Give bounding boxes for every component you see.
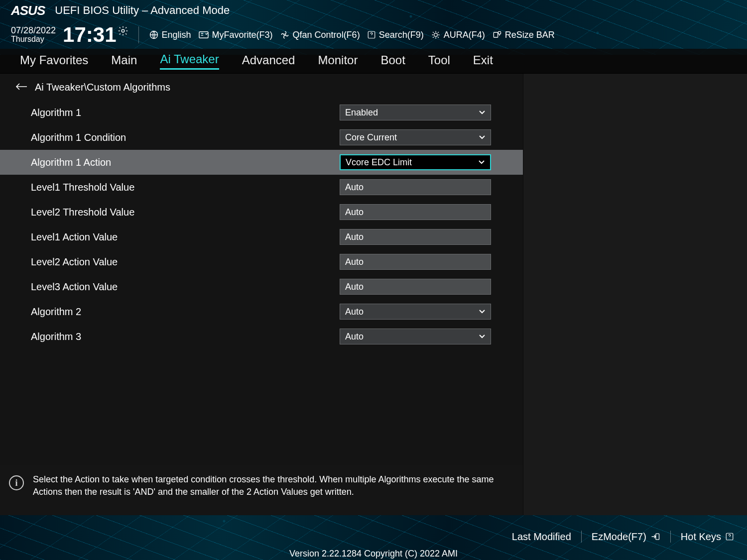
divider [138,26,139,43]
setting-value: Vcore EDC Limit [346,157,412,168]
setting-value: Enabled [345,108,378,118]
breadcrumb: Ai Tweaker\Custom Algorithms [35,82,170,93]
setting-value: Auto [345,282,364,292]
svg-rect-7 [498,31,500,34]
setting-value: Auto [345,207,364,218]
setting-value: Auto [345,307,364,317]
globe-icon [149,30,159,40]
time-block[interactable]: 17:31 [63,24,128,45]
setting-row[interactable]: Algorithm 3Auto [0,324,523,349]
tab-tool[interactable]: Tool [428,53,450,69]
language-label: English [162,30,191,40]
chevron-down-icon [479,110,486,115]
setting-label: Algorithm 1 Action [31,157,340,168]
chevron-down-icon [479,334,486,339]
last-modified-button[interactable]: Last Modified [512,531,571,543]
date-block: 07/28/2022 Thursday [11,26,56,44]
setting-value: Auto [345,182,364,193]
chevron-down-icon [478,160,485,165]
resize-bar-icon [492,30,502,40]
favorite-icon [198,30,209,39]
divider [581,531,582,543]
hotkeys-button[interactable]: Hot Keys [681,531,734,543]
question-box-icon [367,30,376,39]
tab-boot[interactable]: Boot [380,53,405,69]
qfan-label: Qfan Control(F6) [293,30,360,40]
aura-button[interactable]: AURA(F4) [431,30,485,40]
date-text: 07/28/2022 [11,26,56,35]
svg-rect-8 [656,534,659,540]
setting-row[interactable]: Level2 Threshold ValueAuto [0,200,523,224]
setting-label: Algorithm 1 Condition [31,132,340,143]
chevron-down-icon [479,135,486,140]
setting-label: Level2 Action Value [31,256,340,268]
tab-ai-tweaker[interactable]: Ai Tweaker [160,52,219,70]
question-box-icon [725,532,734,541]
qfan-button[interactable]: Qfan Control(F6) [280,30,360,40]
svg-rect-2 [199,32,208,38]
divider [670,531,671,543]
setting-value: Core Current [345,132,397,143]
setting-value: Auto [345,257,364,267]
setting-value: Auto [345,232,364,242]
tab-monitor[interactable]: Monitor [318,53,358,69]
ezmode-button[interactable]: EzMode(F7) [592,531,660,543]
svg-point-0 [122,29,124,32]
side-panel [523,74,747,515]
tab-exit[interactable]: Exit [473,53,493,69]
setting-label: Algorithm 1 [31,107,340,118]
resizebar-button[interactable]: ReSize BAR [492,30,555,40]
myfavorite-button[interactable]: MyFavorite(F3) [198,30,273,40]
last-modified-label: Last Modified [512,531,571,543]
setting-label: Level3 Action Value [31,281,340,293]
setting-row[interactable]: Algorithm 1Enabled [0,100,523,125]
nav-tabs: My FavoritesMainAi TweakerAdvancedMonito… [0,49,747,74]
setting-label: Algorithm 3 [31,331,340,342]
setting-row[interactable]: Level2 Action ValueAuto [0,249,523,274]
setting-row[interactable]: Level3 Action ValueAuto [0,274,523,299]
setting-label: Algorithm 2 [31,306,340,318]
chevron-down-icon [479,309,486,314]
back-button[interactable] [15,82,28,93]
tab-advanced[interactable]: Advanced [242,53,295,69]
brand-logo: ASUS [11,4,45,17]
setting-row[interactable]: Algorithm 1 ConditionCore Current [0,125,523,150]
fan-icon [280,30,290,40]
setting-row[interactable]: Level1 Action ValueAuto [0,224,523,249]
time-text: 17:31 [63,24,116,45]
setting-dropdown[interactable]: Vcore EDC Limit [340,154,491,170]
search-button[interactable]: Search(F9) [367,30,424,40]
svg-point-5 [434,33,437,37]
svg-rect-6 [494,32,498,37]
setting-textfield[interactable]: Auto [340,204,491,220]
resizebar-label: ReSize BAR [505,30,555,40]
setting-dropdown[interactable]: Enabled [340,105,491,120]
setting-textfield[interactable]: Auto [340,279,491,295]
hotkeys-label: Hot Keys [681,531,721,543]
search-label: Search(F9) [379,30,424,40]
setting-textfield[interactable]: Auto [340,229,491,245]
setting-dropdown[interactable]: Auto [340,329,491,344]
app-title: UEFI BIOS Utility – Advanced Mode [55,4,230,17]
setting-row[interactable]: Algorithm 2Auto [0,299,523,324]
aura-label: AURA(F4) [444,30,485,40]
ezmode-label: EzMode(F7) [592,531,646,543]
setting-value: Auto [345,332,364,342]
setting-dropdown[interactable]: Core Current [340,129,491,145]
myfavorite-label: MyFavorite(F3) [212,30,273,40]
arrow-left-icon [15,82,28,91]
setting-textfield[interactable]: Auto [340,179,491,195]
aura-icon [431,30,441,40]
setting-row[interactable]: Level1 Threshold ValueAuto [0,175,523,200]
tab-my-favorites[interactable]: My Favorites [20,53,88,69]
version-text: Version 2.22.1284 Copyright (C) 2022 AMI [0,547,747,560]
setting-label: Level2 Threshold Value [31,207,340,218]
setting-label: Level1 Action Value [31,231,340,243]
gear-icon[interactable] [118,25,128,38]
language-button[interactable]: English [149,30,191,40]
setting-label: Level1 Threshold Value [31,182,340,193]
setting-row[interactable]: Algorithm 1 ActionVcore EDC Limit [0,150,523,175]
setting-textfield[interactable]: Auto [340,254,491,270]
tab-main[interactable]: Main [111,53,137,69]
setting-dropdown[interactable]: Auto [340,304,491,320]
